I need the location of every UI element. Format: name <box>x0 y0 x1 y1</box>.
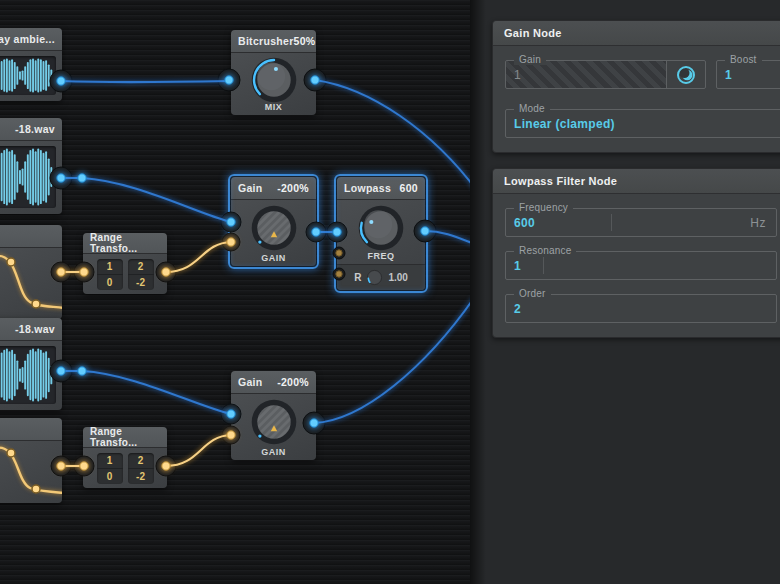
gain-node-bottom[interactable]: Gain -200% GAIN <box>231 371 316 460</box>
gain-node-card: Gain Node Gain 1 <box>492 20 780 153</box>
node-title: Gain <box>238 376 263 388</box>
waveform-display <box>0 146 56 208</box>
waveform-display <box>0 56 56 95</box>
gain-knob[interactable] <box>248 202 300 258</box>
knob-label: GAIN <box>231 253 316 263</box>
node-title: ray ambie... <box>0 33 55 45</box>
gain-field[interactable]: Gain 1 <box>505 60 706 89</box>
sample-node-ray-ambie[interactable]: ray ambie... <box>0 28 62 101</box>
range-transform-node-bottom[interactable]: Range Transfo... 10 2-2 <box>83 427 167 488</box>
node-value: -200% <box>277 376 309 388</box>
curve-node-top[interactable] <box>0 225 62 319</box>
resonance-mini-control[interactable]: R 1.00 <box>337 264 425 290</box>
r-value: 1.00 <box>388 272 407 283</box>
range-in-values[interactable]: 10 <box>97 259 123 290</box>
boost-field[interactable]: Boost 1 <box>716 60 780 89</box>
gain-modulated-track[interactable]: 1 <box>506 61 666 88</box>
properties-panel: Gain Node Gain 1 <box>470 0 780 584</box>
lowpass-filter-card: Lowpass Filter Node Frequency 600 Hz Res… <box>492 168 780 338</box>
r-label: R <box>354 272 361 283</box>
mode-field[interactable]: Mode Linear (clamped) <box>505 109 780 138</box>
knob-label: FREQ <box>337 251 425 261</box>
card-title: Gain Node <box>493 21 780 46</box>
range-out-values[interactable]: 2-2 <box>128 453 154 484</box>
range-in-values[interactable]: 10 <box>97 453 123 484</box>
order-value: 2 <box>506 302 529 316</box>
curve-node-bottom[interactable] <box>0 418 62 503</box>
resonance-field[interactable]: Resonance 1 <box>505 251 777 280</box>
lowpass-node[interactable]: Lowpass 600 FREQ R 1.00 <box>337 177 425 290</box>
node-title: Bitcrusher <box>238 35 294 47</box>
node-value: 50% <box>294 35 316 47</box>
node-value: -200% <box>277 182 309 194</box>
gain-knob[interactable] <box>248 396 300 452</box>
audio-node-editor: { "canvas": { "nodes": { "sample1": { "t… <box>0 0 780 584</box>
node-title: -18.wav <box>15 323 55 335</box>
resonance-value: 1 <box>506 259 529 273</box>
node-title: Gain <box>238 182 263 194</box>
frequency-value: 600 <box>506 216 543 230</box>
gain-node-top[interactable]: Gain -200% GAIN <box>231 177 316 266</box>
sample-node-18wav-top[interactable]: -18.wav <box>0 118 62 214</box>
freq-knob[interactable] <box>355 202 407 258</box>
modulation-toggle[interactable] <box>666 61 705 88</box>
card-title: Lowpass Filter Node <box>493 169 780 194</box>
gain-value: 1 <box>506 68 529 82</box>
node-title: -18.wav <box>15 123 55 135</box>
boost-value: 1 <box>717 68 740 82</box>
bitcrusher-node[interactable]: Bitcrusher 50% MIX <box>231 30 316 115</box>
frequency-unit: Hz <box>740 216 776 230</box>
envelope-curve <box>0 441 62 503</box>
node-title: Lowpass <box>344 182 391 194</box>
r-mini-knob[interactable] <box>366 269 383 286</box>
text-caret <box>611 214 612 231</box>
sample-node-18wav-bottom[interactable]: -18.wav <box>0 318 62 410</box>
knob-label: MIX <box>231 102 316 112</box>
frequency-field[interactable]: Frequency 600 Hz <box>505 208 777 237</box>
node-value: 600 <box>400 182 418 194</box>
range-transform-node-top[interactable]: Range Transfo... 10 2-2 <box>83 233 167 294</box>
envelope-curve <box>0 248 62 319</box>
mode-value: Linear (clamped) <box>506 117 623 131</box>
order-field[interactable]: Order 2 <box>505 294 777 323</box>
moon-icon <box>676 65 696 85</box>
node-title: Range Transfo... <box>90 426 160 448</box>
waveform-display <box>0 346 56 404</box>
text-caret <box>543 257 544 274</box>
node-title: Range Transfo... <box>90 232 160 254</box>
range-out-values[interactable]: 2-2 <box>128 259 154 290</box>
knob-label: GAIN <box>231 447 316 457</box>
